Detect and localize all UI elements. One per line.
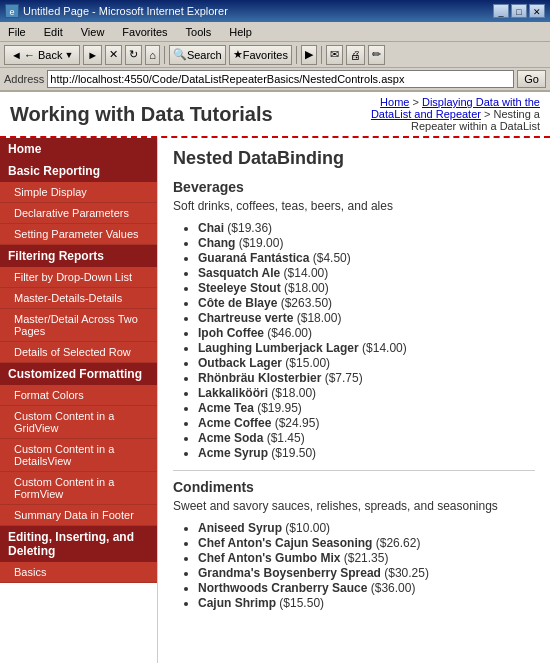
menu-favorites[interactable]: Favorites bbox=[118, 25, 171, 39]
breadcrumb-home[interactable]: Home bbox=[380, 96, 409, 108]
address-label: Address bbox=[4, 73, 44, 85]
close-button[interactable]: ✕ bbox=[529, 4, 545, 18]
list-item: Acme Tea ($19.95) bbox=[198, 401, 535, 415]
sidebar-item-format-colors[interactable]: Format Colors bbox=[0, 385, 157, 406]
search-button[interactable]: 🔍 Search bbox=[169, 45, 226, 65]
main-content: Nested DataBinding Beverages Soft drinks… bbox=[158, 138, 550, 663]
list-item: Cajun Shrimp ($15.50) bbox=[198, 596, 535, 610]
menu-view[interactable]: View bbox=[77, 25, 109, 39]
sidebar-section-customized-formatting[interactable]: Customized Formatting bbox=[0, 363, 157, 385]
print-button[interactable]: 🖨 bbox=[346, 45, 365, 65]
page-title: Nested DataBinding bbox=[173, 148, 535, 169]
sidebar-item-custom-gridview[interactable]: Custom Content in a GridView bbox=[0, 406, 157, 439]
menu-bar: File Edit View Favorites Tools Help bbox=[0, 22, 550, 42]
sidebar-item-custom-detailsview[interactable]: Custom Content in a DetailsView bbox=[0, 439, 157, 472]
favorites-icon: ★ bbox=[233, 48, 243, 61]
toolbar: ◄ ← Back ▼ ► ✕ ↻ ⌂ 🔍 Search ★ Favorites … bbox=[0, 42, 550, 68]
menu-help[interactable]: Help bbox=[225, 25, 256, 39]
favorites-button[interactable]: ★ Favorites bbox=[229, 45, 292, 65]
page-header: Working with Data Tutorials Home > Displ… bbox=[0, 92, 550, 138]
go-button[interactable]: Go bbox=[517, 70, 546, 88]
minimize-button[interactable]: _ bbox=[493, 4, 509, 18]
sidebar-item-summary-footer[interactable]: Summary Data in Footer bbox=[0, 505, 157, 526]
sidebar-item-filter-dropdown[interactable]: Filter by Drop-Down List bbox=[0, 267, 157, 288]
list-item: Chef Anton's Gumbo Mix ($21.35) bbox=[198, 551, 535, 565]
list-item: Ipoh Coffee ($46.00) bbox=[198, 326, 535, 340]
search-icon: 🔍 bbox=[173, 48, 187, 61]
category-title-1: Condiments bbox=[173, 479, 535, 495]
separator-3 bbox=[321, 46, 322, 64]
window-title: Untitled Page - Microsoft Internet Explo… bbox=[23, 5, 228, 17]
sidebar-item-custom-formview[interactable]: Custom Content in a FormView bbox=[0, 472, 157, 505]
list-item: Chang ($19.00) bbox=[198, 236, 535, 250]
back-dropdown-icon[interactable]: ▼ bbox=[64, 50, 73, 60]
menu-tools[interactable]: Tools bbox=[182, 25, 216, 39]
window-controls[interactable]: _ □ ✕ bbox=[493, 4, 545, 18]
site-title: Working with Data Tutorials bbox=[10, 103, 273, 126]
sidebar-item-master-details[interactable]: Master-Details-Details bbox=[0, 288, 157, 309]
list-item: Guaraná Fantástica ($4.50) bbox=[198, 251, 535, 265]
back-arrow-icon: ◄ bbox=[11, 49, 22, 61]
category-desc-1: Sweet and savory sauces, relishes, sprea… bbox=[173, 499, 535, 513]
refresh-button[interactable]: ↻ bbox=[125, 45, 142, 65]
sidebar-item-declarative-parameters[interactable]: Declarative Parameters bbox=[0, 203, 157, 224]
forward-icon: ► bbox=[87, 49, 98, 61]
sidebar-section-filtering-reports[interactable]: Filtering Reports bbox=[0, 245, 157, 267]
list-item: Acme Soda ($1.45) bbox=[198, 431, 535, 445]
address-bar: Address Go bbox=[0, 68, 550, 92]
list-item: Rhönbräu Klosterbier ($7.75) bbox=[198, 371, 535, 385]
product-list-0: Chai ($19.36) Chang ($19.00) Guaraná Fan… bbox=[173, 221, 535, 460]
sidebar-item-setting-parameter-values[interactable]: Setting Parameter Values bbox=[0, 224, 157, 245]
list-item: Côte de Blaye ($263.50) bbox=[198, 296, 535, 310]
list-item: Sasquatch Ale ($14.00) bbox=[198, 266, 535, 280]
list-item: Chai ($19.36) bbox=[198, 221, 535, 235]
sidebar: Home Basic Reporting Simple Display Decl… bbox=[0, 138, 158, 663]
sidebar-item-simple-display[interactable]: Simple Display bbox=[0, 182, 157, 203]
sidebar-section-editing[interactable]: Editing, Inserting, and Deleting bbox=[0, 526, 157, 562]
list-item: Lakkalikööri ($18.00) bbox=[198, 386, 535, 400]
forward-button[interactable]: ► bbox=[83, 45, 102, 65]
title-bar: e Untitled Page - Microsoft Internet Exp… bbox=[0, 0, 550, 22]
list-item: Northwoods Cranberry Sauce ($36.00) bbox=[198, 581, 535, 595]
list-item: Laughing Lumberjack Lager ($14.00) bbox=[198, 341, 535, 355]
separator-1 bbox=[164, 46, 165, 64]
menu-file[interactable]: File bbox=[4, 25, 30, 39]
list-item: Steeleye Stout ($18.00) bbox=[198, 281, 535, 295]
list-item: Grandma's Boysenberry Spread ($30.25) bbox=[198, 566, 535, 580]
sidebar-item-master-detail-across[interactable]: Master/Detail Across Two Pages bbox=[0, 309, 157, 342]
stop-button[interactable]: ✕ bbox=[105, 45, 122, 65]
sidebar-home[interactable]: Home bbox=[0, 138, 157, 160]
browser-icon: e bbox=[5, 4, 19, 18]
divider-1 bbox=[173, 470, 535, 471]
sidebar-section-basic-reporting[interactable]: Basic Reporting bbox=[0, 160, 157, 182]
media-button[interactable]: ▶ bbox=[301, 45, 317, 65]
address-input[interactable] bbox=[47, 70, 514, 88]
page-wrapper: Home Basic Reporting Simple Display Decl… bbox=[0, 138, 550, 663]
menu-edit[interactable]: Edit bbox=[40, 25, 67, 39]
list-item: Outback Lager ($15.00) bbox=[198, 356, 535, 370]
back-button[interactable]: ◄ ← Back ▼ bbox=[4, 45, 80, 65]
list-item: Acme Syrup ($19.50) bbox=[198, 446, 535, 460]
maximize-button[interactable]: □ bbox=[511, 4, 527, 18]
sidebar-item-details-selected-row[interactable]: Details of Selected Row bbox=[0, 342, 157, 363]
separator-2 bbox=[296, 46, 297, 64]
home-button[interactable]: ⌂ bbox=[145, 45, 160, 65]
category-desc-0: Soft drinks, coffees, teas, beers, and a… bbox=[173, 199, 535, 213]
edit-button[interactable]: ✏ bbox=[368, 45, 385, 65]
list-item: Acme Coffee ($24.95) bbox=[198, 416, 535, 430]
sidebar-item-basics[interactable]: Basics bbox=[0, 562, 157, 583]
mail-button[interactable]: ✉ bbox=[326, 45, 343, 65]
category-title-0: Beverages bbox=[173, 179, 535, 195]
product-list-1: Aniseed Syrup ($10.00) Chef Anton's Caju… bbox=[173, 521, 535, 610]
list-item: Aniseed Syrup ($10.00) bbox=[198, 521, 535, 535]
list-item: Chartreuse verte ($18.00) bbox=[198, 311, 535, 325]
breadcrumb: Home > Displaying Data with the DataList… bbox=[340, 96, 540, 132]
list-item: Chef Anton's Cajun Seasoning ($26.62) bbox=[198, 536, 535, 550]
